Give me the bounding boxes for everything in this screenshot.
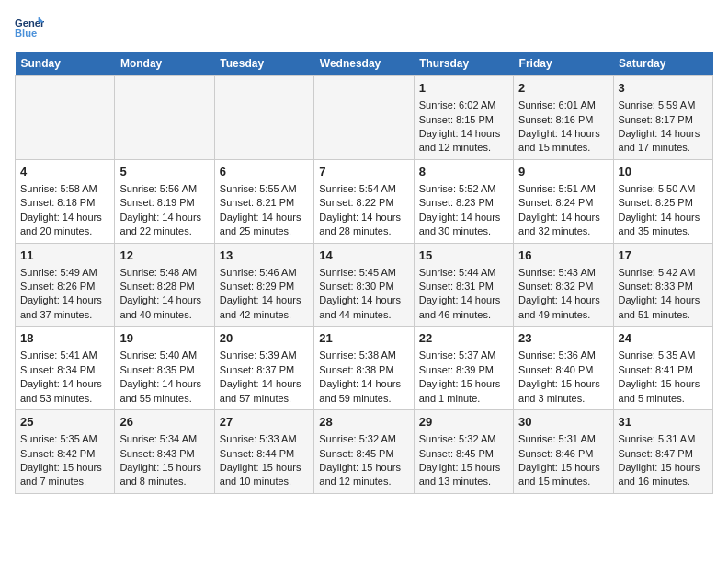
cell-content: Sunrise: 6:02 AM (419, 98, 508, 112)
calendar-cell (16, 76, 115, 160)
cell-content: Sunrise: 5:54 AM (319, 182, 408, 196)
day-number: 5 (119, 164, 209, 180)
cell-content: and 17 minutes. (619, 141, 708, 155)
cell-content: Daylight: 14 hours (619, 127, 708, 141)
day-number: 30 (518, 414, 608, 431)
cell-content: and 3 minutes. (518, 392, 608, 406)
cell-content: Sunset: 8:34 PM (20, 363, 109, 377)
cell-content: and 49 minutes. (518, 308, 608, 322)
cell-content: Sunrise: 5:41 AM (20, 349, 109, 362)
calendar-cell: 7Sunrise: 5:54 AMSunset: 8:22 PMDaylight… (314, 159, 414, 243)
cell-content: Sunset: 8:45 PM (419, 447, 508, 461)
cell-content: Daylight: 14 hours (619, 293, 708, 307)
calendar-cell: 4Sunrise: 5:58 AMSunset: 8:18 PMDaylight… (16, 159, 115, 243)
day-number: 26 (119, 414, 209, 431)
cell-content: Sunset: 8:31 PM (419, 280, 508, 293)
cell-content: Daylight: 14 hours (419, 127, 508, 141)
cell-content: Sunrise: 5:59 AM (619, 98, 708, 112)
cell-content: Daylight: 15 hours (619, 461, 708, 475)
calendar-cell: 19Sunrise: 5:40 AMSunset: 8:35 PMDayligh… (115, 327, 214, 410)
calendar-cell: 5Sunrise: 5:56 AMSunset: 8:19 PMDaylight… (115, 159, 214, 243)
day-number: 25 (20, 414, 109, 431)
cell-content: Daylight: 14 hours (220, 211, 309, 224)
cell-content: Sunset: 8:40 PM (518, 363, 608, 377)
day-number: 10 (619, 164, 708, 180)
calendar-cell: 15Sunrise: 5:44 AMSunset: 8:31 PMDayligh… (414, 243, 513, 327)
cell-content: Sunset: 8:41 PM (619, 363, 708, 377)
calendar-cell: 25Sunrise: 5:35 AMSunset: 8:42 PMDayligh… (16, 410, 115, 494)
calendar-cell (214, 76, 313, 160)
cell-content: Sunrise: 5:32 AM (319, 432, 408, 446)
cell-content: and 20 minutes. (20, 224, 109, 238)
cell-content: Daylight: 14 hours (20, 211, 109, 224)
cell-content: and 13 minutes. (419, 475, 508, 488)
cell-content: Sunset: 8:21 PM (220, 196, 309, 210)
cell-content: Daylight: 14 hours (119, 211, 209, 224)
day-number: 31 (619, 414, 708, 431)
calendar-cell: 10Sunrise: 5:50 AMSunset: 8:25 PMDayligh… (613, 159, 712, 243)
day-number: 9 (518, 164, 608, 180)
day-number: 4 (20, 164, 109, 180)
day-number: 7 (319, 164, 408, 180)
calendar-cell: 31Sunrise: 5:31 AMSunset: 8:47 PMDayligh… (613, 410, 712, 494)
cell-content: Sunset: 8:15 PM (419, 113, 508, 127)
cell-content: Daylight: 14 hours (319, 211, 408, 224)
day-number: 17 (619, 247, 708, 264)
cell-content: Sunset: 8:43 PM (119, 447, 209, 461)
cell-content: Daylight: 14 hours (220, 293, 309, 307)
cell-content: and 12 minutes. (319, 475, 408, 488)
cell-content: Sunrise: 5:38 AM (319, 349, 408, 362)
cell-content: Daylight: 14 hours (119, 377, 209, 391)
day-number: 6 (220, 164, 309, 180)
cell-content: Sunrise: 5:51 AM (518, 182, 608, 196)
cell-content: Daylight: 15 hours (419, 377, 508, 391)
cell-content: and 15 minutes. (518, 141, 608, 155)
cell-content: Sunset: 8:37 PM (220, 363, 309, 377)
day-number: 28 (319, 414, 408, 431)
cell-content: Sunset: 8:19 PM (119, 196, 209, 210)
day-number: 1 (419, 80, 508, 97)
calendar-cell: 20Sunrise: 5:39 AMSunset: 8:37 PMDayligh… (214, 327, 313, 410)
calendar-cell: 6Sunrise: 5:55 AMSunset: 8:21 PMDaylight… (214, 159, 313, 243)
calendar-cell (115, 76, 214, 160)
cell-content: Sunrise: 5:55 AM (220, 182, 309, 196)
calendar-cell: 1Sunrise: 6:02 AMSunset: 8:15 PMDaylight… (414, 76, 513, 160)
cell-content: Sunrise: 5:31 AM (518, 432, 608, 446)
day-number: 13 (220, 247, 309, 264)
cell-content: Sunset: 8:18 PM (20, 196, 109, 210)
cell-content: Sunset: 8:30 PM (319, 280, 408, 293)
cell-content: Sunrise: 5:43 AM (518, 266, 608, 280)
cell-content: Daylight: 15 hours (119, 461, 209, 475)
header-saturday: Saturday (613, 52, 712, 76)
day-number: 29 (419, 414, 508, 431)
cell-content: Sunset: 8:47 PM (619, 447, 708, 461)
cell-content: Sunset: 8:22 PM (319, 196, 408, 210)
day-number: 18 (20, 330, 109, 347)
logo-icon: General Blue (15, 15, 44, 40)
cell-content: Sunrise: 5:50 AM (619, 182, 708, 196)
cell-content: and 30 minutes. (419, 224, 508, 238)
calendar-cell: 18Sunrise: 5:41 AMSunset: 8:34 PMDayligh… (16, 327, 115, 410)
cell-content: and 32 minutes. (518, 224, 608, 238)
cell-content: and 53 minutes. (20, 392, 109, 406)
cell-content: and 5 minutes. (619, 392, 708, 406)
calendar-table: SundayMondayTuesdayWednesdayThursdayFrid… (15, 52, 713, 494)
cell-content: Daylight: 14 hours (419, 293, 508, 307)
cell-content: and 8 minutes. (119, 475, 209, 488)
cell-content: Sunset: 8:39 PM (419, 363, 508, 377)
calendar-cell (314, 76, 414, 160)
day-number: 8 (419, 164, 508, 180)
calendar-cell: 17Sunrise: 5:42 AMSunset: 8:33 PMDayligh… (613, 243, 712, 327)
cell-content: and 22 minutes. (119, 224, 209, 238)
cell-content: Daylight: 14 hours (220, 377, 309, 391)
cell-content: Sunrise: 5:58 AM (20, 182, 109, 196)
calendar-cell: 28Sunrise: 5:32 AMSunset: 8:45 PMDayligh… (314, 410, 414, 494)
cell-content: Sunset: 8:24 PM (518, 196, 608, 210)
cell-content: Sunrise: 5:40 AM (119, 349, 209, 362)
calendar-cell: 8Sunrise: 5:52 AMSunset: 8:23 PMDaylight… (414, 159, 513, 243)
day-number: 21 (319, 330, 408, 347)
cell-content: and 7 minutes. (20, 475, 109, 488)
cell-content: Sunrise: 5:44 AM (419, 266, 508, 280)
cell-content: Daylight: 14 hours (619, 211, 708, 224)
cell-content: Sunset: 8:25 PM (619, 196, 708, 210)
